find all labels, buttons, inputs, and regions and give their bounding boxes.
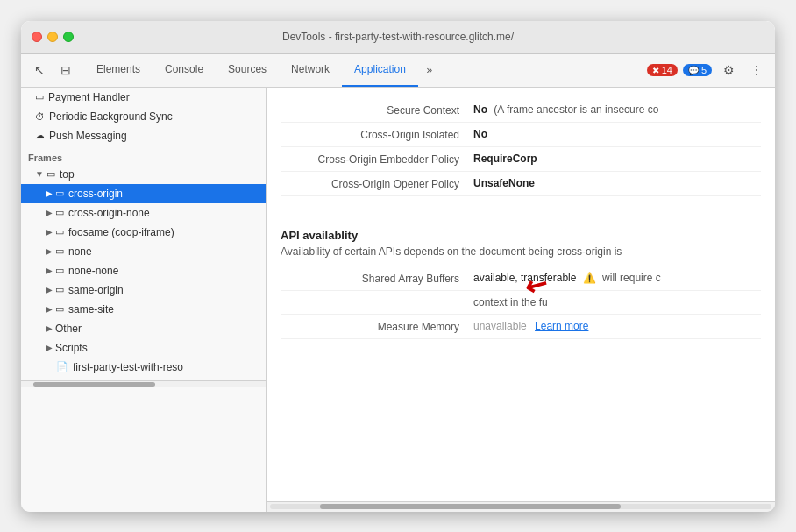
error-badge[interactable]: ✖ 14 — [647, 64, 678, 76]
minimize-button[interactable] — [47, 32, 58, 42]
shared-array-buffers-label: Shared Array Buffers — [281, 272, 473, 285]
sidebar-item-cross-origin-none[interactable]: ▶ ▭ cross-origin-none — [21, 203, 266, 223]
scrollbar-track — [270, 504, 771, 509]
sidebar-item-payment-handler[interactable]: ▭ Payment Handler — [21, 88, 266, 107]
overflow-tabs-icon[interactable]: » — [418, 59, 441, 82]
secure-context-value: No (A frame ancestor is an insecure co — [473, 103, 761, 116]
api-section-desc: Availability of certain APIs depends on … — [281, 245, 761, 258]
sidebar-item-same-site[interactable]: ▶ ▭ same-site — [21, 300, 266, 319]
expand-arrow-other: ▶ — [46, 323, 53, 333]
sidebar-item-push-messaging[interactable]: ☁ Push Messaging — [21, 126, 266, 145]
cross-origin-none-icon: ▭ — [55, 207, 64, 218]
cross-origin-opener-value: UnsafeNone — [473, 177, 761, 189]
tab-sources[interactable]: Sources — [216, 53, 279, 87]
main-content: Secure Context No (A frame ancestor is a… — [267, 88, 775, 501]
measure-memory-value: unavailable Learn more — [473, 320, 761, 332]
dock-icon[interactable]: ⊟ — [54, 59, 77, 82]
info-row-shared-array-buffers-cont: context in the fu ↙ — [281, 291, 761, 315]
content-area: ▭ Payment Handler ⏱ Periodic Background … — [21, 88, 775, 512]
sidebar-item-top[interactable]: ▼ ▭ top — [21, 165, 266, 184]
error-icon: ✖ — [652, 66, 659, 75]
tab-console[interactable]: Console — [153, 53, 216, 87]
same-origin-icon: ▭ — [55, 284, 64, 295]
cross-origin-embedder-value: RequireCorp — [473, 153, 761, 165]
sidebar-item-first-party-resource[interactable]: 📄 first-party-test-with-reso — [21, 358, 266, 377]
payment-handler-icon: ▭ — [35, 91, 44, 103]
info-row-cross-origin-isolated: Cross-Origin Isolated No — [281, 123, 761, 147]
periodic-bg-sync-icon: ⏱ — [35, 111, 45, 122]
none-icon: ▭ — [55, 245, 64, 257]
toolbar-right: ✖ 14 💬 5 ⚙ ⋮ — [647, 59, 768, 82]
info-row-cross-origin-opener: Cross-Origin Opener Policy UnsafeNone — [281, 172, 761, 196]
tab-application[interactable]: Application — [342, 53, 418, 87]
measure-memory-label: Measure Memory — [281, 320, 473, 333]
expand-arrow-same-site: ▶ — [46, 304, 53, 314]
cross-origin-embedder-label: Cross-Origin Embedder Policy — [281, 153, 473, 166]
frames-section-label: Frames — [21, 149, 266, 165]
shared-array-buffers-cont-label — [281, 296, 473, 297]
sidebar-item-cross-origin[interactable]: ▶ ▭ cross-origin — [21, 184, 266, 203]
info-row-measure-memory: Measure Memory unavailable Learn more — [281, 315, 761, 339]
sidebar-item-other[interactable]: ▶ Other — [21, 319, 266, 338]
foosame-icon: ▭ — [55, 226, 64, 238]
devtools-window: DevTools - first-party-test-with-resourc… — [21, 21, 775, 512]
sidebar: ▭ Payment Handler ⏱ Periodic Background … — [21, 88, 267, 512]
expand-arrow-cross-origin-none: ▶ — [46, 208, 53, 217]
push-messaging-icon: ☁ — [35, 130, 45, 141]
main-panel: Secure Context No (A frame ancestor is a… — [267, 88, 775, 512]
expand-arrow-top: ▼ — [35, 169, 44, 179]
tab-bar: Elements Console Sources Network Applica… — [84, 53, 441, 87]
expand-arrow-cross-origin: ▶ — [46, 188, 53, 198]
learn-more-link[interactable]: Learn more — [535, 320, 588, 332]
sidebar-item-foosame[interactable]: ▶ ▭ foosame (coop-iframe) — [21, 223, 266, 242]
more-options-icon[interactable]: ⋮ — [745, 59, 768, 82]
sidebar-item-none-none[interactable]: ▶ ▭ none-none — [21, 261, 266, 280]
shared-array-buffers-cont-value: context in the fu ↙ — [473, 296, 761, 309]
cross-origin-isolated-value: No — [473, 128, 761, 140]
info-row-cross-origin-embedder: Cross-Origin Embedder Policy RequireCorp — [281, 147, 761, 172]
api-section-title: API availablity — [281, 229, 761, 242]
cross-origin-opener-label: Cross-Origin Opener Policy — [281, 177, 473, 190]
warning-triangle-icon: ⚠️ — [583, 272, 596, 284]
secure-context-label: Secure Context — [281, 103, 473, 117]
tab-network[interactable]: Network — [279, 53, 342, 87]
titlebar: DevTools - first-party-test-with-resourc… — [21, 21, 775, 54]
expand-arrow-same-origin: ▶ — [46, 285, 53, 294]
traffic-lights — [32, 32, 74, 42]
sidebar-item-none[interactable]: ▶ ▭ none — [21, 242, 266, 261]
expand-arrow-none-none: ▶ — [46, 266, 53, 275]
expand-arrow-scripts: ▶ — [46, 343, 53, 352]
close-button[interactable] — [32, 32, 42, 42]
info-row-secure-context: Secure Context No (A frame ancestor is a… — [281, 98, 761, 123]
scrollbar-thumb[interactable] — [320, 504, 621, 509]
same-site-icon: ▭ — [55, 303, 64, 315]
expand-arrow-foosame: ▶ — [46, 227, 53, 237]
horizontal-scrollbar[interactable] — [267, 501, 775, 512]
settings-icon[interactable]: ⚙ — [717, 59, 740, 82]
sidebar-item-scripts[interactable]: ▶ Scripts — [21, 338, 266, 358]
warning-icon: 💬 — [688, 66, 699, 75]
cross-origin-icon: ▭ — [55, 188, 64, 199]
info-row-shared-array-buffers: Shared Array Buffers available, transfer… — [281, 266, 761, 291]
window-title: DevTools - first-party-test-with-resourc… — [282, 31, 514, 43]
top-frame-icon: ▭ — [46, 168, 55, 180]
document-icon: 📄 — [56, 361, 68, 372]
tab-elements[interactable]: Elements — [84, 53, 153, 87]
expand-arrow-none: ▶ — [46, 246, 53, 256]
maximize-button[interactable] — [63, 32, 74, 42]
cross-origin-isolated-label: Cross-Origin Isolated — [281, 128, 473, 141]
none-none-icon: ▭ — [55, 265, 64, 276]
warning-badge[interactable]: 💬 5 — [683, 64, 712, 76]
toolbar: ↖ ⊟ Elements Console Sources Network App… — [21, 54, 775, 88]
sidebar-item-periodic-bg-sync[interactable]: ⏱ Periodic Background Sync — [21, 107, 266, 126]
cursor-tool-icon[interactable]: ↖ — [28, 59, 51, 82]
sidebar-item-same-origin[interactable]: ▶ ▭ same-origin — [21, 280, 266, 300]
shared-array-buffers-value: available, transferable ⚠️ will require … — [473, 272, 761, 284]
